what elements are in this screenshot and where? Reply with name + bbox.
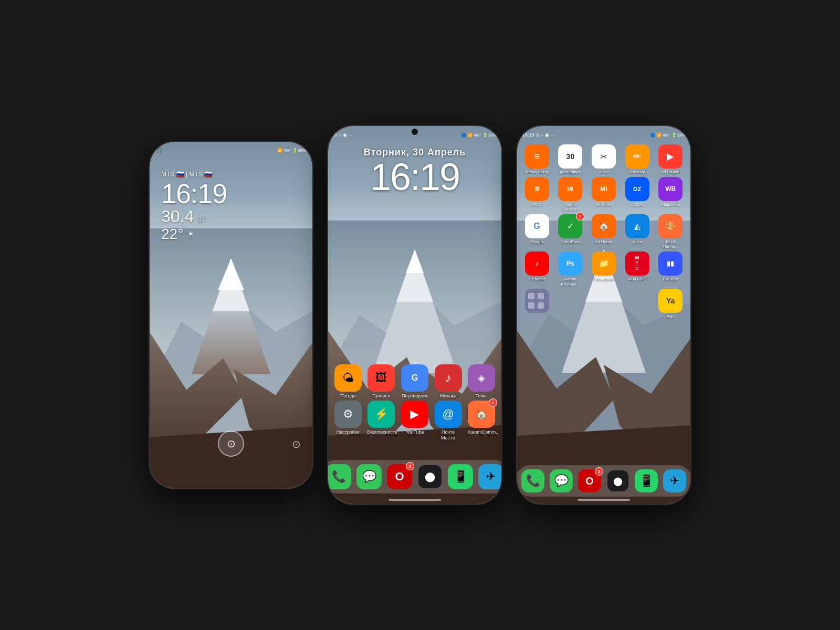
status-time-3: 16:19 ⊙ ○ ◉ ···	[522, 132, 554, 138]
dock-whatsapp[interactable]: 📱	[448, 464, 473, 489]
dock-camera[interactable]: ⬤	[417, 464, 443, 489]
badge-opera: 3	[406, 462, 414, 470]
dock-2: 📞 💬 O 3 ⬤ 📱 ✈	[328, 460, 501, 494]
app-file-manager[interactable]: 📁 Проводник	[588, 251, 620, 287]
phone3-app-grid: ≡ Калькулятор 30 Календарь ✂ Часы ✏ Заме…	[521, 144, 686, 319]
app-clock[interactable]: ✂ Часы	[588, 144, 620, 175]
app-folder[interactable]	[521, 289, 553, 319]
notch-bar-3: 16:19 ⊙ ○ ◉ ··· 🔵 📶 4G⁺ 🔋33%	[517, 126, 690, 142]
app-miui-theme[interactable]: 🎨 MIUI Theme...	[655, 214, 686, 249]
dock3-phone[interactable]: 📞	[521, 469, 544, 492]
app-youtube[interactable]: ▶ YouTube	[400, 401, 429, 441]
app-notes[interactable]: ✏ Заметки	[622, 144, 653, 175]
phone-3: 16:19 ⊙ ○ ◉ ··· 🔵 📶 4G⁺ 🔋33% ≡ Калькулят…	[517, 126, 690, 504]
app-mi-store[interactable]: Mi Mi Store	[588, 177, 620, 212]
app-row-2: ⚙ Настройки ⚡ Безопасность ▶ YouTube @ П…	[333, 401, 496, 441]
dock-telegram[interactable]: ✈	[478, 464, 501, 489]
home-indicator-2	[388, 499, 441, 501]
fingerprint-button[interactable]: ⊙	[218, 430, 244, 457]
app-mi-video[interactable]: ▶ Mi Видео	[655, 144, 686, 175]
lock-weather: 22° ☀	[161, 226, 227, 243]
dock-phone[interactable]: 📞	[328, 464, 351, 489]
app-security[interactable]: ⚡ Безопасность	[367, 401, 396, 441]
status-indicators: ⊙ ○ ◉ ···	[333, 132, 352, 138]
home-indicator-3	[578, 499, 630, 501]
temperature-text: 22°	[161, 226, 183, 243]
home-date-area: Вторник, 30 Апрель 16:19	[328, 147, 501, 196]
dock3-camera[interactable]: ⬤	[606, 469, 629, 492]
lock-date-number: 30.4	[161, 207, 194, 226]
app-google[interactable]: G Google	[521, 214, 553, 249]
phone-1: 🎵 📶 4G⁺ 🔋33% MTS 🇷🇺 | MTS 🇷🇺 16:19 30.4 …	[150, 142, 312, 488]
empty-1	[555, 289, 586, 319]
app-weather[interactable]: 🌤 Погода	[333, 364, 363, 399]
app-mi-home[interactable]: 🏠 Mi Home	[588, 214, 620, 249]
status-right-3: 🔵 📶 4G⁺ 🔋33%	[650, 133, 685, 138]
lock-day: ВТ	[197, 216, 206, 224]
app-ozon[interactable]: OZ OZON	[622, 177, 653, 212]
lock-time: 16:19	[161, 180, 227, 207]
lock-screen-info: MTS 🇷🇺 | MTS 🇷🇺 16:19 30.4 ВТ 22° ☀	[161, 171, 227, 243]
badge-xiaomi: 9	[489, 398, 497, 407]
app-gallery[interactable]: 🖼 Галерея	[367, 364, 396, 399]
app-disk[interactable]: ◭ Диск	[622, 214, 653, 249]
dock-messages[interactable]: 💬	[356, 464, 382, 489]
dock3-whatsapp[interactable]: 📱	[635, 469, 658, 492]
app-xiaomi-comm[interactable]: 🏠 9 XiaomiComm...	[467, 401, 496, 441]
app-calculator[interactable]: ≡ Калькулятор	[521, 144, 553, 175]
dock3-messages[interactable]: 💬	[550, 469, 573, 492]
signal-icon: 📶 4G⁺ 🔋33%	[277, 148, 306, 153]
dock-3: 📞 💬 O 3 ⬤ 📱 ✈	[517, 465, 690, 497]
dock-opera[interactable]: O 3	[387, 464, 412, 489]
dock3-opera[interactable]: O 3	[578, 469, 601, 492]
app-my-mts[interactable]: МТС Мой МТС	[622, 251, 653, 287]
app-row-1: 🌤 Погода 🖼 Галерея G Переводчик ♪ Музыка…	[333, 364, 496, 399]
app-photoshop[interactable]: Ps Adobe Photosh...	[555, 251, 586, 287]
app-settings[interactable]: ⚙ Настройки	[333, 401, 363, 441]
app-mail[interactable]: @ Почта Mail.ru	[434, 401, 463, 441]
notch-bar-2: ⊙ ○ ◉ ··· 🔵 📶 4G⁺ 🔋33%	[328, 126, 501, 142]
app-translate[interactable]: G Переводчик	[400, 364, 429, 399]
app-yama[interactable]: Ya Яма	[655, 289, 686, 319]
status-right-2: 🔵 📶 4G⁺ 🔋33%	[461, 133, 496, 138]
badge-opera-3: 3	[595, 467, 603, 476]
bluetooth-icon: 🎵	[156, 148, 162, 153]
dock3-telegram[interactable]: ✈	[663, 469, 686, 492]
home-time: 16:19	[328, 158, 501, 196]
app-rustore[interactable]: ▮▮ RuStore	[655, 251, 686, 287]
app-themes[interactable]: ◈ Темы	[467, 364, 496, 399]
status-bar-1: 🎵 📶 4G⁺ 🔋33%	[150, 142, 312, 156]
phone-2: ⊙ ○ ◉ ··· 🔵 📶 4G⁺ 🔋33% Вторник, 30 Апрел…	[328, 126, 501, 504]
camera-shortcut[interactable]: ⊙	[292, 438, 301, 450]
app-wildberries[interactable]: WB Wildberries	[655, 177, 686, 212]
sun-icon: ☀	[186, 228, 195, 240]
empty-3	[622, 289, 653, 319]
carrier-text: MTS 🇷🇺 | MTS 🇷🇺	[161, 171, 227, 178]
app-xiaomi-service[interactable]: Mi Xiaomi Service+	[555, 177, 586, 212]
status-left-1: 🎵	[156, 148, 162, 153]
app-sberbank[interactable]: ✓ 1 СберБанк	[555, 214, 586, 249]
badge-sber: 1	[576, 212, 584, 220]
empty-2	[588, 289, 620, 319]
lock-bottom-area: ⊙	[150, 430, 312, 457]
app-music[interactable]: ♪ Музыка	[434, 364, 463, 399]
punch-hole	[412, 129, 418, 135]
app-calendar[interactable]: 30 Календарь	[555, 144, 586, 175]
lock-date: 30.4 ВТ	[161, 207, 227, 226]
app-yt-music[interactable]: ♪ YT Music	[521, 251, 553, 287]
app-miui[interactable]: ⊞ MIUI	[521, 177, 553, 212]
status-right-1: 📶 4G⁺ 🔋33%	[277, 148, 306, 153]
